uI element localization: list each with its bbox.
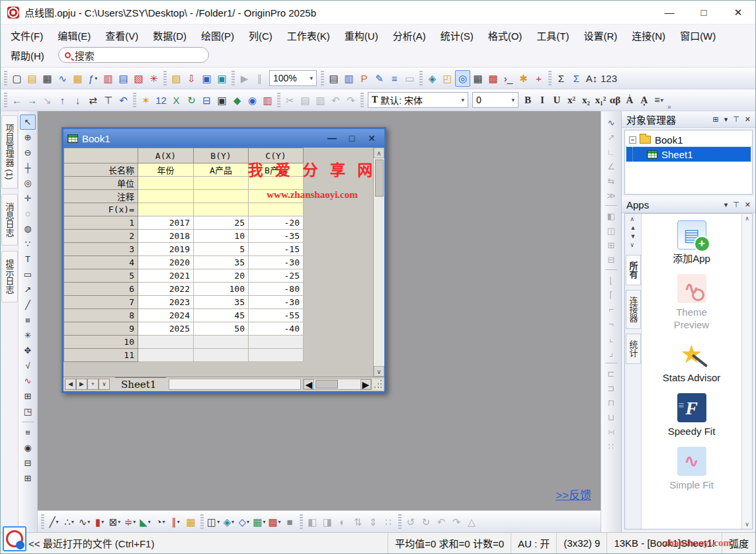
template-library-icon[interactable]: ▦▾ bbox=[183, 514, 198, 530]
worksheet-view-icon[interactable]: ▦ bbox=[470, 70, 485, 87]
zoom-combo[interactable]: 100% ▾ bbox=[269, 70, 317, 86]
scale-in-icon[interactable]: ↗ bbox=[603, 130, 619, 144]
mask-color-icon[interactable]: ◐ bbox=[335, 514, 351, 530]
line-symbol-plot-icon[interactable]: ∿▾ bbox=[77, 514, 92, 530]
menu-item[interactable]: 工作表(K) bbox=[280, 26, 337, 44]
data-cell[interactable]: 100 bbox=[194, 283, 249, 296]
app-speedy-fit[interactable]: Speedy Fit bbox=[660, 393, 724, 438]
menu-item[interactable]: 统计(S) bbox=[433, 26, 481, 44]
toolbar-grip[interactable] bbox=[41, 514, 44, 529]
zoom-out-tool-icon[interactable]: ⊖ bbox=[20, 145, 36, 160]
arrow-tool-icon[interactable]: ↗ bbox=[20, 282, 36, 297]
merge-graphs-icon[interactable]: ⊟ bbox=[603, 252, 619, 267]
font-size-combo[interactable]: 0 ▾ bbox=[472, 92, 519, 108]
apps-category-tab[interactable]: 所有 bbox=[626, 255, 641, 285]
zoom-in-tool-icon[interactable]: ⊕ bbox=[20, 130, 36, 145]
row-number[interactable]: 7 bbox=[64, 296, 138, 309]
forward-icon[interactable]: → bbox=[24, 92, 40, 109]
row-number[interactable]: 2 bbox=[64, 230, 138, 243]
shape-tool-icon[interactable]: ■ bbox=[20, 312, 36, 328]
run-batch-icon[interactable]: ▶ bbox=[237, 70, 252, 87]
status-cell[interactable]: AU : 开 bbox=[511, 533, 556, 553]
data-cell[interactable]: 20 bbox=[194, 269, 249, 283]
row-number[interactable]: 1 bbox=[64, 216, 138, 230]
new-workbook-icon[interactable]: ▦▾ bbox=[40, 70, 55, 87]
connector-clone-icon[interactable]: ▥ bbox=[260, 92, 275, 109]
circle-widget-icon[interactable]: ◉ bbox=[20, 440, 36, 455]
dock-tab[interactable]: 项目管理器 (1) bbox=[1, 115, 18, 189]
scatter-plot-icon[interactable]: ∴▾ bbox=[62, 514, 77, 530]
folder-browser-icon[interactable]: ◰ bbox=[440, 70, 455, 87]
apps-scrollbar[interactable]: ∧ ∨ bbox=[741, 214, 752, 529]
wireframe-3d-icon[interactable]: ◇▾ bbox=[236, 514, 251, 530]
align-right-icon[interactable]: ⊐ bbox=[603, 381, 619, 395]
mask-range-icon[interactable]: ◧ bbox=[305, 514, 320, 530]
row-label[interactable]: 单位 bbox=[64, 177, 138, 190]
new-graph-icon[interactable]: ∿▾ bbox=[55, 70, 70, 87]
regional-select-icon[interactable]: ◌ bbox=[20, 206, 36, 221]
scroll-bottom-icon[interactable]: ∨ bbox=[630, 242, 636, 250]
toolbar-grip[interactable] bbox=[360, 93, 364, 107]
area-plot-icon[interactable]: ◣▾ bbox=[138, 514, 153, 530]
align-top-icon[interactable]: ⊓ bbox=[603, 395, 619, 410]
status-cell[interactable]: 平均值=0 求和=0 计数=0 bbox=[388, 533, 511, 553]
label-cell[interactable] bbox=[194, 190, 249, 203]
toolbar-grip[interactable] bbox=[4, 71, 7, 85]
recent-files-icon[interactable] bbox=[3, 526, 26, 551]
bar-3d-icon[interactable]: ◫▾ bbox=[206, 514, 221, 530]
data-cell[interactable] bbox=[138, 349, 194, 362]
undo-folder-icon[interactable]: ↶ bbox=[116, 92, 131, 109]
column-plot-icon[interactable]: ▮▾ bbox=[92, 514, 107, 530]
data-cell[interactable]: -25 bbox=[249, 269, 304, 283]
rescale-icon[interactable]: ∿ bbox=[603, 115, 619, 130]
row-number[interactable]: 9 bbox=[64, 322, 138, 336]
draw-points-icon[interactable]: ∵ bbox=[20, 236, 36, 252]
label-cell[interactable] bbox=[194, 203, 249, 216]
clone-import-icon[interactable]: ▣ bbox=[214, 92, 230, 109]
close-button[interactable]: ✕ bbox=[721, 1, 755, 24]
scroll-left-icon[interactable]: ◀ bbox=[304, 379, 314, 389]
image-plot-icon[interactable]: ■▾ bbox=[282, 514, 298, 530]
insert-graph-icon[interactable]: ∿ bbox=[20, 373, 36, 389]
distribute-v-icon[interactable]: ∷ bbox=[603, 439, 619, 453]
data-cell[interactable]: 50 bbox=[194, 322, 249, 336]
data-connector-icon[interactable]: ◆ bbox=[230, 92, 245, 109]
app-add-app[interactable]: 添加App bbox=[660, 220, 724, 265]
toolbar-grip[interactable] bbox=[419, 71, 423, 85]
maximize-button[interactable]: □ bbox=[687, 1, 721, 24]
align-button[interactable]: ≡▾ bbox=[651, 92, 666, 109]
status-cell[interactable]: 弧度 bbox=[722, 533, 755, 553]
special-plot-icon[interactable]: ⊠▾ bbox=[107, 514, 122, 530]
annotation-tool-icon[interactable]: ▭ bbox=[20, 267, 36, 282]
rerun-analysis-icon[interactable]: ≫ bbox=[603, 188, 619, 203]
collapse-icon[interactable] bbox=[629, 136, 636, 144]
corner-cell[interactable] bbox=[64, 148, 138, 163]
row-number[interactable]: 5 bbox=[64, 269, 138, 283]
distribute-h-icon[interactable]: ∺ bbox=[603, 424, 619, 439]
book-close-button[interactable]: ✕ bbox=[363, 131, 380, 146]
surface-3d-icon[interactable]: ◈▾ bbox=[221, 514, 236, 530]
axis-scale-icon[interactable]: ∟ bbox=[603, 144, 619, 159]
add-columns-icon[interactable]: + bbox=[531, 70, 546, 87]
new-matrix-icon[interactable]: ▦▾ bbox=[70, 70, 85, 87]
equation-tool-icon[interactable]: √ bbox=[20, 358, 36, 373]
data-cell[interactable]: -30 bbox=[249, 256, 304, 269]
move-points-icon[interactable]: ⇕ bbox=[366, 514, 381, 530]
toolbar-grip[interactable] bbox=[277, 93, 280, 107]
stock-plot-icon[interactable]: ∥▾ bbox=[168, 514, 183, 530]
first-sheet-button[interactable]: ◀ bbox=[65, 379, 76, 390]
pause-batch-icon[interactable]: ∥ bbox=[252, 70, 267, 87]
toolbar-grip[interactable] bbox=[548, 71, 552, 85]
add-sheet-button[interactable]: + bbox=[87, 379, 99, 390]
increase-font-button[interactable]: A̍▾ bbox=[622, 92, 637, 109]
data-cell[interactable]: 2020 bbox=[138, 256, 194, 269]
scroll-right-icon[interactable]: ▶ bbox=[360, 379, 371, 389]
scrollbar-thumb[interactable] bbox=[315, 380, 338, 389]
scroll-top-icon[interactable]: ∧ bbox=[630, 216, 636, 224]
data-cell[interactable]: 2024 bbox=[138, 309, 194, 322]
data-cursor-icon[interactable]: ✛ bbox=[20, 191, 36, 206]
scroll-down-icon[interactable]: ∨ bbox=[745, 521, 749, 528]
append-down-icon[interactable]: ↓ bbox=[70, 92, 85, 109]
label-cell[interactable] bbox=[138, 177, 194, 190]
toolbar-overflow-icon[interactable]: » bbox=[667, 103, 671, 111]
